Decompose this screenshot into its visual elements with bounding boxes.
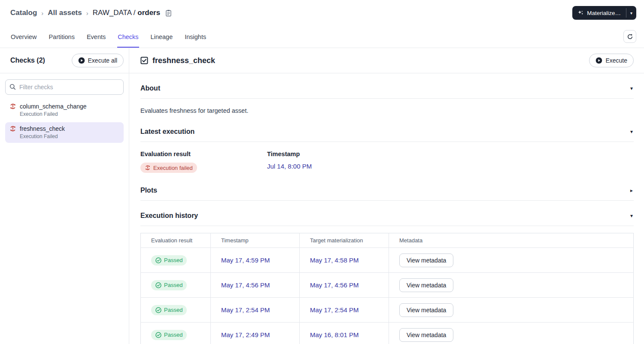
breadcrumb-all-assets[interactable]: All assets bbox=[48, 9, 82, 17]
check-status: Execution Failed bbox=[20, 111, 119, 117]
filter-checks-input[interactable] bbox=[5, 79, 124, 95]
execution-history-table: Evaluation result Timestamp Target mater… bbox=[140, 233, 634, 344]
execution-failed-badge: Execution failed bbox=[140, 163, 197, 173]
check-failed-icon bbox=[145, 165, 151, 171]
check-detail-body: About ▾ Evaluates freshness for targeted… bbox=[129, 73, 644, 344]
check-detail-header: freshness_check Execute bbox=[129, 48, 644, 73]
caret-down-icon: ▾ bbox=[630, 213, 633, 218]
caret-down-icon: ▾ bbox=[630, 129, 633, 134]
materialize-dropdown-button[interactable]: ▾ bbox=[626, 6, 636, 20]
plots-section-header[interactable]: Plots ▸ bbox=[140, 175, 634, 201]
passed-badge: Passed bbox=[151, 330, 187, 340]
execution-history-section-header[interactable]: Execution history ▾ bbox=[140, 201, 634, 226]
timestamp-field: Timestamp Jul 14, 8:00 PM bbox=[267, 151, 634, 173]
column-header-result: Evaluation result bbox=[141, 233, 211, 248]
check-circle-icon bbox=[155, 257, 161, 263]
target-materialization-link[interactable]: May 17, 4:58 PM bbox=[310, 256, 358, 264]
execute-all-button[interactable]: Execute all bbox=[72, 54, 124, 67]
check-status: Execution Failed bbox=[20, 133, 119, 139]
breadcrumb-asset: RAW_DATA / orders bbox=[93, 9, 160, 17]
timestamp-link[interactable]: May 17, 2:54 PM bbox=[221, 306, 270, 314]
content-area: Checks (2) Execute all bbox=[0, 48, 644, 344]
check-failed-icon bbox=[9, 125, 16, 132]
target-materialization-link[interactable]: May 17, 2:54 PM bbox=[310, 306, 358, 314]
tab-checks[interactable]: Checks bbox=[117, 33, 139, 48]
check-item-freshness-check[interactable]: freshness_check Execution Failed bbox=[5, 122, 124, 143]
checkbox-checked-icon bbox=[140, 57, 148, 64]
materialize-button[interactable]: Materialize… bbox=[572, 6, 626, 20]
target-materialization-link[interactable]: May 17, 4:56 PM bbox=[310, 281, 358, 289]
view-metadata-button[interactable]: View metadata bbox=[399, 253, 453, 267]
materialize-label: Materialize… bbox=[587, 10, 621, 16]
tab-overview[interactable]: Overview bbox=[10, 33, 37, 48]
check-name: freshness_check bbox=[20, 125, 65, 132]
execute-button[interactable]: Execute bbox=[589, 54, 634, 67]
view-metadata-button[interactable]: View metadata bbox=[399, 328, 453, 342]
target-materialization-link[interactable]: May 16, 8:01 PM bbox=[310, 331, 358, 338]
tab-events[interactable]: Events bbox=[86, 33, 106, 48]
breadcrumb: Catalog › All assets › RAW_DATA / orders bbox=[10, 9, 172, 17]
table-row: Passed May 17, 4:56 PM May 17, 4:56 PM V… bbox=[141, 273, 634, 298]
table-row: Passed May 17, 2:49 PM May 16, 8:01 PM V… bbox=[141, 323, 634, 344]
asset-group-label: RAW_DATA / bbox=[93, 9, 136, 17]
breadcrumb-catalog[interactable]: Catalog bbox=[10, 9, 37, 17]
materialize-split-button: Materialize… ▾ bbox=[572, 6, 636, 20]
column-header-target: Target materialization bbox=[300, 233, 389, 248]
check-circle-icon bbox=[155, 332, 161, 338]
execution-failed-label: Execution failed bbox=[153, 165, 193, 171]
sparkle-icon bbox=[577, 10, 584, 16]
table-row: Passed May 17, 2:54 PM May 17, 2:54 PM V… bbox=[141, 298, 634, 323]
latest-execution-content: Evaluation result Execution failed bbox=[140, 142, 634, 175]
asset-name-label: orders bbox=[137, 9, 160, 17]
execute-all-label: Execute all bbox=[88, 57, 117, 64]
evaluation-result-field: Evaluation result Execution failed bbox=[140, 151, 267, 173]
check-item-column-schema-change[interactable]: column_schema_change Execution Failed bbox=[5, 100, 124, 121]
chevron-right-icon: › bbox=[86, 9, 88, 17]
tab-lineage[interactable]: Lineage bbox=[150, 33, 173, 48]
view-metadata-button[interactable]: View metadata bbox=[399, 303, 453, 317]
check-detail-panel: freshness_check Execute About ▾ Evaluate… bbox=[129, 48, 644, 344]
sidebar-header: Checks (2) Execute all bbox=[0, 48, 129, 73]
table-header-row: Evaluation result Timestamp Target mater… bbox=[141, 233, 634, 248]
timestamp-link[interactable]: May 17, 4:56 PM bbox=[221, 281, 270, 289]
check-name: column_schema_change bbox=[20, 103, 87, 110]
about-section-header[interactable]: About ▾ bbox=[140, 73, 634, 99]
filter-wrap bbox=[5, 79, 124, 95]
check-circle-icon bbox=[155, 307, 161, 313]
caret-down-icon: ▾ bbox=[630, 11, 632, 15]
passed-label: Passed bbox=[164, 332, 182, 338]
column-header-timestamp: Timestamp bbox=[211, 233, 300, 248]
about-description: Evaluates freshness for targeted asset. bbox=[140, 99, 634, 117]
timestamp-link[interactable]: May 17, 2:49 PM bbox=[221, 331, 270, 338]
chevron-right-icon: › bbox=[41, 9, 43, 17]
refresh-button[interactable] bbox=[623, 30, 636, 43]
check-circle-icon bbox=[155, 282, 161, 288]
evaluation-result-label: Evaluation result bbox=[140, 151, 267, 157]
tab-partitions[interactable]: Partitions bbox=[48, 33, 75, 48]
passed-badge: Passed bbox=[151, 305, 187, 315]
tab-insights[interactable]: Insights bbox=[184, 33, 207, 48]
checks-sidebar: Checks (2) Execute all bbox=[0, 48, 129, 344]
latest-timestamp-link[interactable]: Jul 14, 8:00 PM bbox=[267, 163, 312, 170]
refresh-icon bbox=[627, 33, 633, 40]
timestamp-link[interactable]: May 17, 4:59 PM bbox=[221, 256, 270, 264]
copy-icon[interactable] bbox=[165, 9, 172, 17]
caret-down-icon: ▾ bbox=[630, 86, 633, 91]
top-bar: Catalog › All assets › RAW_DATA / orders bbox=[0, 0, 644, 26]
execution-history-heading: Execution history bbox=[140, 212, 198, 220]
passed-label: Passed bbox=[164, 282, 182, 288]
passed-label: Passed bbox=[164, 307, 182, 313]
latest-execution-heading: Latest execution bbox=[140, 128, 194, 136]
passed-badge: Passed bbox=[151, 280, 187, 290]
column-header-metadata: Metadata bbox=[389, 233, 634, 248]
tab-bar: Overview Partitions Events Checks Lineag… bbox=[0, 26, 644, 48]
timestamp-label: Timestamp bbox=[267, 151, 634, 157]
checks-count-title: Checks (2) bbox=[10, 57, 45, 64]
plots-heading: Plots bbox=[140, 187, 157, 194]
view-metadata-button[interactable]: View metadata bbox=[399, 278, 453, 292]
tabs: Overview Partitions Events Checks Lineag… bbox=[10, 33, 207, 48]
play-circle-icon bbox=[595, 57, 602, 64]
execute-label: Execute bbox=[605, 57, 627, 64]
search-icon bbox=[9, 84, 16, 90]
latest-execution-section-header[interactable]: Latest execution ▾ bbox=[140, 117, 634, 142]
